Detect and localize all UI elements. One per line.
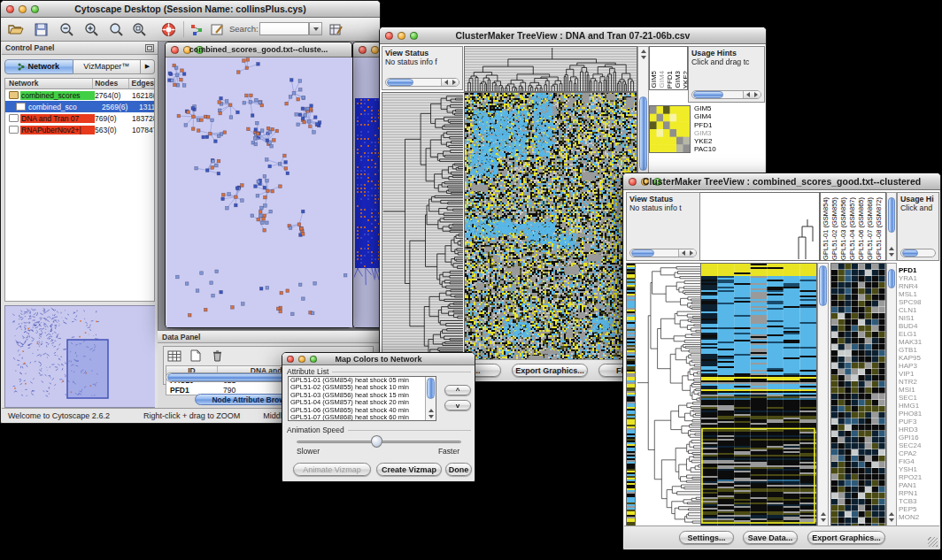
attribute-list-item[interactable]: GPL51-07 (GSM868) heat shock 60 min (289, 414, 425, 420)
tv2-zoom-vscrollbar[interactable] (886, 263, 897, 526)
network-edges: 13112(15) (139, 103, 154, 111)
view-status-hscrollbar[interactable] (629, 249, 697, 257)
speed-slider-thumb[interactable] (371, 435, 382, 448)
close-button[interactable] (359, 46, 367, 54)
tv1-row-dendrogram[interactable] (382, 92, 464, 362)
treeview2-title-bar[interactable]: ClusterMaker TreeView : combined_scores_… (623, 173, 940, 190)
network-graph-icon[interactable] (187, 19, 206, 39)
data-panel-title: Data Panel (162, 333, 200, 341)
zoom-out-icon[interactable] (58, 19, 77, 39)
col-network[interactable]: Network (5, 79, 93, 88)
treeview1-title: ClusterMaker TreeView : DNA and Tran 07-… (398, 30, 748, 41)
attribute-list-item[interactable]: GPL51-06 (GSM865) heat shock 40 min (289, 407, 425, 414)
tv2-row-dendrogram[interactable] (636, 263, 700, 526)
tv1-usage-hints-panel: Usage Hints Click and drag tc (688, 46, 765, 103)
col-nodes[interactable]: Nodes (93, 79, 129, 88)
zoom-fit-icon[interactable] (107, 19, 127, 39)
export-graphics-button[interactable]: Export Graphics... (807, 531, 885, 544)
close-button[interactable] (287, 356, 294, 363)
gene-label: GTB1 (899, 346, 939, 354)
tab-network[interactable]: Network (4, 59, 73, 74)
column-label: GPL51-04 (GSM857) (848, 197, 856, 260)
dialog-title-bar[interactable]: Map Colors to Network (282, 353, 475, 365)
tab-overflow-button[interactable]: ▶ (141, 59, 155, 74)
usage-hints-title: Usage Hints (689, 47, 764, 58)
close-button[interactable] (6, 5, 14, 13)
zoom-selected-icon[interactable] (130, 19, 150, 39)
tv2-usage-hints-panel: Usage Hi Click and (897, 192, 939, 261)
resize-grip[interactable] (928, 537, 938, 547)
attribute-list-vscrollbar[interactable] (425, 377, 436, 420)
delete-attribute-icon[interactable] (208, 348, 226, 364)
tv1-zoom-matrix[interactable] (649, 105, 691, 153)
tv2-heatmap-vscrollbar[interactable] (817, 263, 829, 526)
network-list-row[interactable]: combined_scores 2764(0) 16218(0) (5, 89, 154, 101)
usage-hints-text: Click and drag tc (689, 58, 764, 66)
tv1-gene-labels: GIM5GIM4PFD1GIM3YKE2PAC10 (694, 104, 763, 156)
import-table-icon[interactable] (327, 19, 346, 39)
main-title-bar[interactable]: Cytoscape Desktop (Session Name: collins… (1, 1, 380, 18)
tv2-zoom-heatmap[interactable] (830, 263, 886, 526)
move-down-button[interactable]: v (444, 400, 471, 410)
close-button[interactable] (171, 46, 179, 54)
table-mode-icon[interactable] (166, 348, 183, 364)
usage-hints-text: Click and (898, 203, 938, 212)
network-list-row[interactable]: RNAPuberNov2+| 563(0) 107847(0) (5, 124, 154, 135)
gene-label: MAK31 (899, 338, 939, 346)
tv1-column-dendrogram[interactable] (464, 46, 637, 92)
usage-hints-hscrollbar[interactable] (900, 249, 936, 257)
search-dropdown-button[interactable] (309, 22, 322, 35)
treeview1-title-bar[interactable]: ClusterMaker TreeView : DNA and Tran 07-… (380, 27, 766, 44)
birdseye-view[interactable] (4, 305, 155, 408)
help-lifering-icon[interactable] (158, 19, 178, 39)
animate-vizmap-button[interactable]: Animate Vizmap (293, 463, 371, 476)
network1-title-bar[interactable]: combined_scores_good.txt--cluste... (166, 42, 351, 58)
gene-label: NTR2 (899, 378, 939, 386)
save-data-button[interactable]: Save Data... (743, 531, 798, 544)
annotation-icon[interactable] (208, 19, 228, 39)
network-list-row[interactable]: DNA and Tran 07 769(0) 183728(0) (5, 112, 154, 124)
network1-canvas[interactable] (166, 58, 352, 327)
gene-label: HMG1 (899, 402, 939, 410)
usage-hints-hscrollbar[interactable] (691, 90, 761, 99)
view-status-text: No status info t (627, 203, 699, 212)
save-icon[interactable] (31, 19, 50, 39)
network-type-icon (9, 126, 19, 134)
search-input[interactable] (259, 22, 309, 35)
float-panel-icon[interactable] (145, 40, 154, 56)
new-attribute-icon[interactable] (187, 348, 205, 364)
tv2-global-overview-strip[interactable] (626, 263, 636, 526)
open-file-icon[interactable] (6, 19, 26, 39)
column-label: GPL51-06 (GSM865) (857, 197, 865, 260)
settings-button[interactable]: Settings... (679, 531, 734, 544)
attribute-listbox[interactable]: GPL51-01 (GSM854) heat shock 05 minGPL51… (288, 376, 436, 421)
col-edges[interactable]: Edges (129, 79, 154, 88)
done-button[interactable]: Done (445, 463, 472, 476)
tv2-labels-vscrollbar[interactable] (886, 192, 897, 261)
attribute-list-label: Attribute List (287, 367, 328, 376)
tv1-heatmap[interactable] (464, 92, 637, 362)
faster-label: Faster (438, 447, 459, 456)
tab-vizmapper[interactable]: VizMapper™ (73, 59, 142, 74)
move-up-button[interactable]: ^ (444, 385, 471, 395)
attribute-list-item[interactable]: GPL51-04 (GSM857) heat shock 20 min (289, 399, 425, 406)
attribute-list-item[interactable]: GPL51-01 (GSM854) heat shock 05 min (289, 377, 425, 384)
zoom-in-icon[interactable] (82, 19, 102, 39)
network-list-row[interactable]: combined_sco 2569(6) 13112(15) (5, 101, 154, 112)
tv2-heatmap[interactable] (700, 263, 817, 526)
close-button[interactable] (629, 178, 637, 186)
minimize-button[interactable] (371, 46, 379, 54)
attribute-list-item[interactable]: GPL51-03 (GSM856) heat shock 15 min (289, 392, 425, 399)
main-toolbar: Search: (1, 18, 380, 42)
gene-label: PFD1 (694, 121, 763, 129)
gene-label: NIS1 (899, 314, 939, 322)
attribute-list-item[interactable]: GPL51-02 (GSM855) heat shock 10 min (289, 384, 425, 391)
close-button[interactable] (385, 32, 393, 40)
create-vizmap-button[interactable]: Create Vizmap (376, 463, 442, 476)
export-graphics-button[interactable]: Export Graphics... (512, 364, 588, 377)
network-nodes: 2569(6) (102, 103, 139, 111)
tv2-column-dendrogram[interactable] (700, 192, 820, 261)
network1-title: combined_scores_good.txt--cluste... (183, 45, 334, 54)
view-status-hscrollbar[interactable] (385, 78, 459, 87)
animation-speed-group: Animation Speed (287, 426, 471, 434)
